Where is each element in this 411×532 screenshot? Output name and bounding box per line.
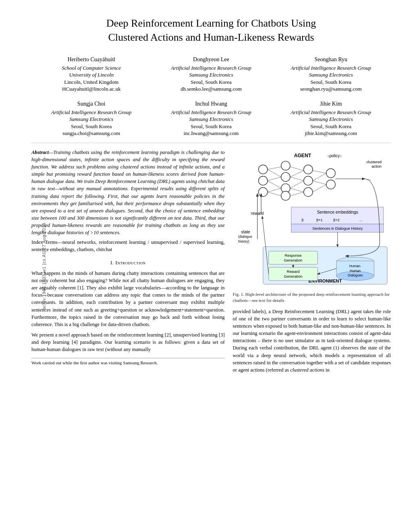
author-3: Seonghan Ryu Artificial Intelligence Res…: [271, 56, 391, 93]
page: arXiv:1908.10331v1 [cs.AI] 27 Aug 2019 D…: [0, 0, 411, 532]
author-4-affil3: Seoul, South Korea: [35, 123, 147, 130]
svg-point-14: [303, 187, 312, 196]
author-4-name: Sungja Choi: [35, 100, 147, 108]
arxiv-id: arXiv:1908.10331v1 [cs.AI] 27 Aug 2019: [41, 222, 47, 309]
author-4-affil2: Samsung Electronics: [35, 116, 147, 123]
author-5-affil1: Artificial Intelligence Research Group: [155, 109, 267, 116]
authors-row-2: Sungja Choi Artificial Intelligence Rese…: [31, 100, 391, 137]
svg-text:Generation: Generation: [284, 258, 302, 262]
author-2-affil1: Artificial Intelligence Research Group: [155, 64, 267, 72]
author-4-affil1: Artificial Intelligence Research Group: [35, 109, 147, 116]
svg-text:history): history): [238, 239, 249, 243]
svg-point-8: [281, 161, 290, 170]
author-2: Donghyeon Lee Artificial Intelligence Re…: [151, 56, 271, 93]
author-1-affil2: University of Lincoln: [35, 71, 147, 79]
svg-text:Response: Response: [284, 254, 301, 258]
author-1-affil3: Lincoln, United Kingdom: [35, 79, 147, 86]
author-5-email: inc.hwang@samsung.com: [155, 130, 267, 137]
left-column: Abstract—Training chatbots using the rei…: [31, 149, 225, 377]
author-6-email: jihie.kim@samsung.com: [275, 130, 387, 137]
figure-1-caption: Fig. 1. High-level architecture of the p…: [233, 291, 391, 304]
author-5-name: Inchul Hwang: [155, 100, 267, 108]
section-divider: [31, 143, 391, 143]
author-2-affil2: Samsung Electronics: [155, 71, 267, 79]
section-1-title: I. Introduction: [31, 259, 225, 266]
svg-text:Human: Human: [350, 268, 361, 272]
author-6: Jihie Kim Artificial Intelligence Resear…: [271, 100, 391, 137]
svg-text:Sentence embeddings: Sentence embeddings: [317, 210, 358, 214]
svg-text:clustered: clustered: [366, 160, 382, 164]
abstract-text: Abstract—Training chatbots using the rei…: [31, 149, 225, 237]
svg-point-13: [303, 176, 312, 185]
svg-text:(dialogue: (dialogue: [238, 235, 252, 239]
svg-point-11: [281, 191, 290, 200]
svg-point-15: [326, 168, 335, 177]
svg-point-16: [326, 180, 335, 189]
author-3-affil3: Seoul, South Korea: [275, 79, 387, 86]
author-6-name: Jihie Kim: [275, 100, 387, 108]
svg-text:Dialogues: Dialogues: [348, 273, 363, 277]
svg-text:Human-: Human-: [349, 264, 361, 268]
arxiv-side-label: arXiv:1908.10331v1 [cs.AI] 27 Aug 2019: [1, 0, 12, 532]
author-1-affil1: School of Computer Science: [35, 64, 147, 72]
intro-para-1: What happens in the minds of humans duri…: [31, 270, 225, 328]
authors-row-1: Heriberto Cuayáhuitl School of Computer …: [31, 56, 391, 93]
svg-point-5: [258, 165, 267, 174]
author-3-email: seonghan.ryu@samsung.com: [275, 85, 387, 93]
svg-text:Generation: Generation: [284, 274, 302, 278]
svg-text:Sentences in Dialogue History: Sentences in Dialogue History: [312, 227, 363, 231]
author-3-name: Seonghan Ryu: [275, 56, 387, 64]
svg-text:AGENT: AGENT: [294, 152, 311, 158]
svg-point-6: [258, 176, 267, 185]
svg-text:Reward: Reward: [286, 270, 299, 274]
author-1: Heriberto Cuayáhuitl School of Computer …: [31, 56, 151, 93]
author-5: Inchul Hwang Artificial Intelligence Res…: [151, 100, 271, 137]
svg-text:action: action: [372, 164, 382, 168]
main-content: Deep Reinforcement Learning for Chatbots…: [31, 16, 391, 377]
author-2-affil3: Seoul, South Korea: [155, 79, 267, 86]
svg-point-9: [281, 172, 290, 181]
footnote-text: Work carried out while the first author …: [31, 360, 158, 365]
svg-text:|t+1: |t+1: [316, 218, 323, 222]
svg-text:...: ...: [366, 175, 371, 181]
intro-para-2: We present a novel approach based on the…: [31, 331, 225, 353]
figure-1-svg: AGENT ↓policy↓ clustered action: [233, 149, 391, 288]
right-body-para-1: provided labels), a Deep Reinforcement L…: [233, 308, 391, 374]
svg-text:...: ...: [359, 218, 362, 222]
author-3-affil2: Samsung Electronics: [275, 71, 387, 79]
author-1-email: HCuayahuitl@lincoln.ac.uk: [35, 85, 147, 93]
author-2-name: Donghyeon Lee: [155, 56, 267, 64]
svg-text:|t: |t: [301, 218, 303, 222]
figure-1: AGENT ↓policy↓ clustered action: [233, 149, 391, 304]
right-column: AGENT ↓policy↓ clustered action: [233, 149, 391, 377]
svg-point-12: [303, 165, 312, 174]
svg-point-7: [258, 187, 267, 196]
author-5-affil3: Seoul, South Korea: [155, 123, 267, 130]
author-4: Sungja Choi Artificial Intelligence Rese…: [31, 100, 151, 137]
index-terms: Index Terms—neural networks, reinforceme…: [31, 239, 225, 253]
author-6-affil3: Seoul, South Korea: [275, 123, 387, 130]
author-1-name: Heriberto Cuayáhuitl: [35, 56, 147, 64]
author-5-affil2: Samsung Electronics: [155, 116, 267, 123]
svg-text:|t+2: |t+2: [333, 218, 340, 222]
author-3-affil1: Artificial Intelligence Research Group: [275, 64, 387, 72]
footnote: Work carried out while the first author …: [31, 358, 225, 366]
two-column-body: Abstract—Training chatbots using the rei…: [31, 149, 391, 377]
author-6-affil1: Artificial Intelligence Research Group: [275, 109, 387, 116]
svg-text:state: state: [241, 230, 250, 234]
paper-title: Deep Reinforcement Learning for Chatbots…: [31, 16, 391, 44]
author-6-affil2: Samsung Electronics: [275, 116, 387, 123]
author-2-email: dh.semko.lee@samsung.com: [155, 85, 267, 93]
svg-text:↓policy↓: ↓policy↓: [327, 153, 342, 158]
author-4-email: sungja.choi@samsung.com: [35, 130, 147, 137]
